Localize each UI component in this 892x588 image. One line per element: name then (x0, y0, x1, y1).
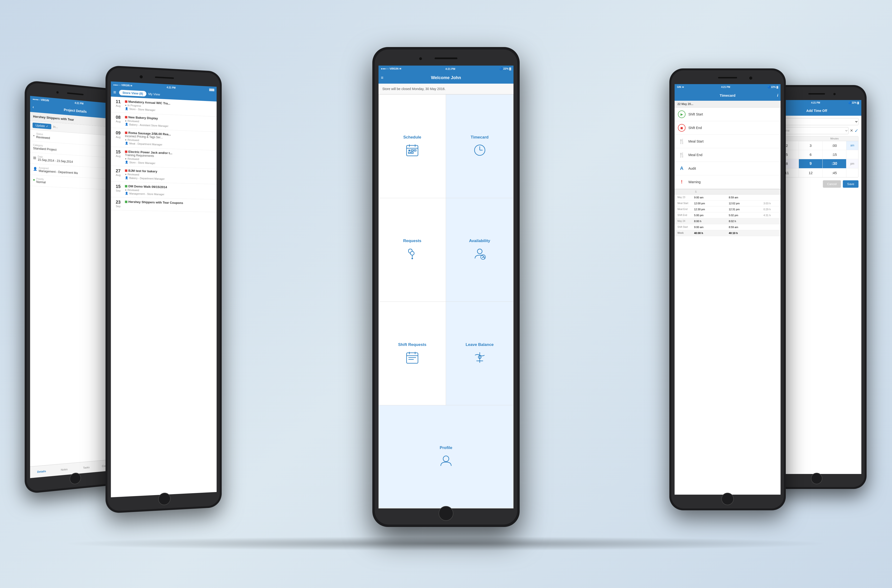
shift-end-icon: ◼ (678, 124, 685, 132)
requests-label: Requests (403, 238, 421, 243)
shift-start-item[interactable]: ▶ Shift Start (675, 108, 781, 121)
list-item[interactable]: 15Sep DM Demo Walk 09/15/2014 ● Reviewed… (111, 182, 217, 200)
status-time-1: 4:21 PM (75, 102, 83, 105)
status-carrier-2: ●●●○○ VIRGIN ≋ (113, 83, 132, 87)
shift-start-label: Shift Start (688, 112, 703, 116)
schedule-label: Schedule (403, 135, 421, 140)
status-battery-2: ▓▓▓ (209, 88, 214, 91)
shift-end-item[interactable]: ◼ Shift End (675, 121, 781, 135)
status-time-3: 4:21 PM (445, 68, 455, 70)
update-button[interactable]: Update ✓ (33, 122, 51, 129)
my-view-button[interactable]: My View (148, 92, 160, 96)
timecard-data: May 23 9:00 am8:59 am Meal Start 12:00 p… (675, 195, 781, 236)
profile-label: Profile (440, 446, 453, 450)
close-x-button[interactable]: ✕ (850, 128, 853, 133)
timecard-icon (472, 143, 487, 157)
home-button-2[interactable] (158, 492, 171, 506)
timecard-date-header: 22 May 20... (675, 101, 781, 108)
status-carrier-4: GIN ≋ (677, 86, 684, 88)
warning-icon: ! (678, 178, 685, 186)
status-carrier-1: ●●●●○ VIRGIN (33, 98, 49, 102)
task-list: 11Aug Mandatory Annual WIC Tra... ● In P… (111, 96, 217, 496)
cancel-button[interactable]: Cancel (823, 180, 841, 188)
picker-row-4: 11 12 :45 (775, 168, 858, 177)
min-15[interactable]: :15 (823, 150, 846, 159)
meal-start-item[interactable]: 🍴 Meal Start (675, 135, 781, 148)
speaker-1 (67, 92, 83, 95)
hour-6[interactable]: 6 (799, 150, 823, 159)
timecard-label: Timecard (471, 135, 489, 140)
menu-schedule[interactable]: Schedule (379, 94, 446, 198)
hour-12[interactable]: 12 (799, 168, 823, 177)
nav-title-3: Welcome John (431, 75, 461, 80)
schedule-icon (405, 143, 420, 157)
camera-5 (833, 93, 836, 96)
phone-store-view: ●●●○○ VIRGIN ≋ 4:21 PM ▓▓▓ ≡ Store View … (105, 65, 222, 513)
list-item[interactable]: 23Sep Hershey Shippers with Tear Coupons (111, 197, 217, 212)
am-label[interactable]: am (846, 141, 858, 150)
menu-requests[interactable]: Requests (379, 198, 446, 302)
form-buttons: Cancel Save (775, 180, 859, 188)
menu-icon[interactable]: ≡ (381, 75, 384, 80)
svg-point-26 (443, 456, 449, 462)
availability-icon (472, 247, 487, 261)
am-pm-spacer (846, 150, 858, 159)
tab-tasks[interactable]: Tasks (75, 461, 97, 474)
home-button-5[interactable] (811, 473, 822, 484)
list-item[interactable]: 15Aug Electric Power Jack and/or t... Tr… (111, 147, 217, 169)
tab-details[interactable]: Details (30, 465, 53, 478)
menu-shift-requests[interactable]: Shift Requests (379, 302, 446, 405)
profile-icon (439, 453, 453, 468)
meal-end-label: Meal End (688, 153, 702, 157)
svg-point-15 (477, 249, 482, 254)
audit-item[interactable]: A Audit (675, 162, 781, 176)
svg-point-16 (481, 255, 486, 260)
warning-label: Warning (688, 180, 701, 184)
shift-start-icon: ▶ (678, 111, 685, 118)
shift-end-label: Shift End (688, 126, 702, 130)
audit-icon: A (678, 165, 685, 172)
menu-timecard[interactable]: Timecard (446, 94, 513, 198)
meal-end-item[interactable]: 🍴 Meal End (675, 148, 781, 162)
min-30-selected[interactable]: :30 (823, 159, 846, 168)
warning-item[interactable]: ! Warning (675, 176, 781, 189)
save-button[interactable]: Save (843, 180, 859, 188)
status-battery-4: 🔵 22% ▓ (768, 86, 778, 88)
in-progress-label: In... (53, 125, 58, 129)
picker-header: Minutes (775, 136, 858, 141)
menu-availability[interactable]: Availability (446, 198, 513, 302)
shift-requests-label: Shift Requests (398, 342, 426, 347)
list-item[interactable]: 27Aug BJM test for bakery ● Reviewed 👤 B… (111, 166, 217, 184)
shadow (61, 537, 831, 551)
svg-rect-8 (411, 152, 413, 153)
home-button-3[interactable] (439, 506, 453, 521)
speaker-3 (435, 57, 457, 59)
svg-rect-4 (408, 150, 410, 151)
status-battery-5: 🔵 22% ▓ (848, 102, 859, 104)
hour-9-selected[interactable]: 9 (799, 159, 823, 168)
status-time-5: 4:21 PM (811, 102, 820, 104)
time-picker: Minutes 2 3 :00 am 5 6 : (775, 136, 859, 177)
menu-profile[interactable]: Profile (379, 405, 513, 508)
hamburger-icon[interactable]: ≡ (113, 89, 116, 95)
end-time-select[interactable]: End Time (775, 127, 849, 134)
picker-row-3: 8 9 :30 pm (775, 159, 858, 168)
type-select[interactable]: Type (775, 118, 859, 125)
confirm-check-button[interactable]: ✓ (855, 128, 859, 134)
back-button-1[interactable]: ‹ (33, 105, 34, 109)
availability-label: Availability (469, 238, 490, 243)
hour-3[interactable]: 3 (799, 141, 823, 150)
pm-label[interactable]: pm (846, 159, 858, 168)
store-view-button[interactable]: Store View (8) (119, 90, 146, 96)
min-45[interactable]: :45 (823, 168, 846, 177)
speaker-2 (155, 76, 174, 79)
min-00[interactable]: :00 (823, 141, 846, 150)
info-button[interactable]: i (777, 93, 778, 98)
leave-balance-icon (472, 350, 487, 364)
camera-2 (139, 75, 142, 78)
meal-start-label: Meal Start (688, 140, 703, 143)
list-item[interactable]: 09Aug Roma Sausage 2/$6.00 Rea... Incorr… (111, 128, 217, 150)
menu-leave-balance[interactable]: Leave Balance (446, 302, 513, 405)
home-button-4[interactable] (721, 493, 734, 505)
audit-label: Audit (688, 166, 696, 170)
